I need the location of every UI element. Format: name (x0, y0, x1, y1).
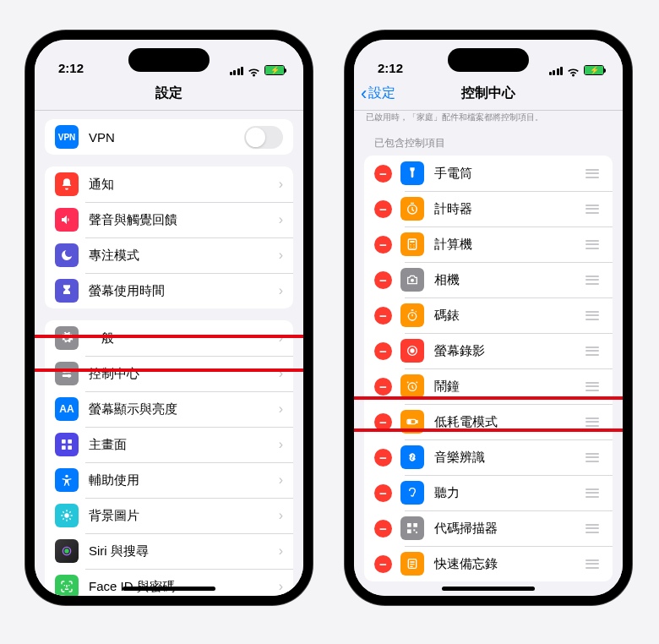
remove-button[interactable]: − (374, 200, 392, 218)
svg-rect-16 (408, 239, 416, 249)
row-label: 計時器 (434, 201, 585, 217)
calculator-icon (400, 232, 424, 256)
note-icon (400, 552, 424, 576)
textsize-icon: AA (55, 397, 79, 421)
row-accessibility[interactable]: 輔助使用 › (45, 462, 293, 498)
chevron-right-icon: › (279, 212, 283, 227)
svg-rect-6 (62, 445, 66, 450)
remove-button[interactable]: − (374, 307, 392, 325)
row-musicrec[interactable]: − 音樂辨識 (364, 439, 613, 475)
remove-button[interactable]: − (374, 378, 392, 396)
row-notifications[interactable]: 通知 › (45, 166, 293, 202)
svg-point-25 (410, 348, 414, 352)
chevron-right-icon: › (279, 366, 283, 381)
row-timer[interactable]: − 計時器 (364, 191, 613, 226)
svg-rect-30 (407, 523, 411, 527)
moon-icon (55, 243, 79, 267)
row-qrcode[interactable]: − 代碼掃描器 (364, 510, 613, 546)
remove-button[interactable]: − (374, 165, 392, 183)
hint-text: 已啟用時，「家庭」配件和檔案都將控制項目。 (354, 111, 623, 123)
drag-handle-icon[interactable] (585, 488, 602, 498)
remove-button[interactable]: − (374, 449, 392, 467)
svg-rect-32 (407, 529, 411, 533)
remove-button[interactable]: − (374, 413, 392, 431)
home-indicator[interactable] (123, 587, 215, 591)
row-hearing[interactable]: − 聽力 (364, 475, 613, 510)
chevron-right-icon: › (279, 330, 283, 346)
gear-icon (55, 326, 79, 350)
row-label: 螢幕錄影 (434, 343, 585, 359)
remove-button[interactable]: − (374, 236, 392, 254)
row-camera[interactable]: − 相機 (364, 262, 613, 297)
drag-handle-icon[interactable] (585, 169, 602, 178)
battery-low-icon (400, 410, 424, 434)
wifi-icon (567, 66, 580, 75)
svg-rect-33 (413, 529, 415, 531)
row-lowpower[interactable]: − 低耗電模式 (364, 404, 613, 439)
row-wallpaper[interactable]: 背景圖片 › (45, 498, 293, 533)
drag-handle-icon[interactable] (585, 240, 602, 249)
svg-rect-4 (62, 439, 66, 444)
back-button[interactable]: ‹ 設定 (361, 85, 395, 103)
remove-button[interactable]: − (374, 555, 392, 573)
svg-point-18 (410, 244, 411, 245)
row-homescreen[interactable]: 主畫面 › (45, 427, 293, 462)
row-screenrecord[interactable]: − 螢幕錄影 (364, 333, 613, 368)
dynamic-island (448, 48, 529, 72)
drag-handle-icon[interactable] (585, 382, 602, 391)
ear-icon (400, 481, 424, 505)
row-vpn[interactable]: VPN VPN (45, 119, 293, 155)
remove-button[interactable]: − (374, 484, 392, 502)
row-display[interactable]: AA 螢幕顯示與亮度 › (45, 391, 293, 427)
group-general: 一般 › 控制中心 › AA 螢幕顯示與亮度 › 主畫面 › (45, 320, 293, 596)
wallpaper-icon (55, 504, 79, 527)
stopwatch-icon (400, 303, 424, 327)
wifi-icon (248, 66, 260, 75)
row-label: VPN (89, 130, 244, 145)
home-indicator[interactable] (442, 587, 535, 591)
drag-handle-icon[interactable] (585, 453, 602, 462)
drag-handle-icon[interactable] (585, 311, 602, 320)
svg-point-2 (68, 374, 71, 378)
svg-point-19 (413, 244, 414, 245)
row-label: 聲音與觸覺回饋 (89, 212, 279, 228)
drag-handle-icon[interactable] (585, 559, 602, 569)
row-quicknote[interactable]: − 快速備忘錄 (364, 546, 613, 581)
row-label: 鬧鐘 (434, 379, 585, 395)
alarm-icon (400, 374, 424, 398)
row-stopwatch[interactable]: − 碼錶 (364, 297, 613, 333)
row-general[interactable]: 一般 › (45, 320, 293, 356)
group-vpn: VPN VPN (45, 119, 293, 155)
remove-button[interactable]: − (374, 342, 392, 360)
row-sounds[interactable]: 聲音與觸覺回饋 › (45, 202, 293, 237)
battery-icon: ⚡ (584, 65, 604, 75)
drag-handle-icon[interactable] (585, 276, 602, 285)
chevron-right-icon: › (279, 579, 283, 594)
row-label: 專注模式 (89, 248, 279, 264)
drag-handle-icon[interactable] (585, 418, 602, 427)
vpn-toggle[interactable] (244, 126, 283, 149)
page-title: 設定 (155, 85, 182, 102)
remove-button[interactable]: − (374, 520, 392, 538)
hourglass-icon (55, 279, 79, 303)
row-calculator[interactable]: − 計算機 (364, 226, 613, 262)
row-controlcenter[interactable]: 控制中心 › (45, 356, 293, 391)
chevron-right-icon: › (279, 508, 283, 523)
drag-handle-icon[interactable] (585, 347, 602, 356)
svg-rect-3 (63, 370, 72, 373)
row-focus[interactable]: 專注模式 › (45, 237, 293, 273)
drag-handle-icon[interactable] (585, 524, 602, 533)
speaker-icon (55, 208, 79, 232)
row-screentime[interactable]: 螢幕使用時間 › (45, 273, 293, 308)
row-flashlight[interactable]: − 手電筒 (364, 156, 613, 191)
remove-button[interactable]: − (374, 271, 392, 289)
row-faceid[interactable]: Face ID 與密碼 › (45, 569, 293, 596)
row-label: Siri 與搜尋 (89, 543, 279, 559)
row-label: 計算機 (434, 237, 585, 253)
cellular-icon (549, 66, 564, 75)
row-alarm[interactable]: − 鬧鐘 (364, 368, 613, 404)
row-siri[interactable]: Siri 與搜尋 › (45, 533, 293, 569)
switches-icon (55, 362, 79, 385)
drag-handle-icon[interactable] (585, 205, 602, 214)
chevron-right-icon: › (279, 543, 283, 559)
